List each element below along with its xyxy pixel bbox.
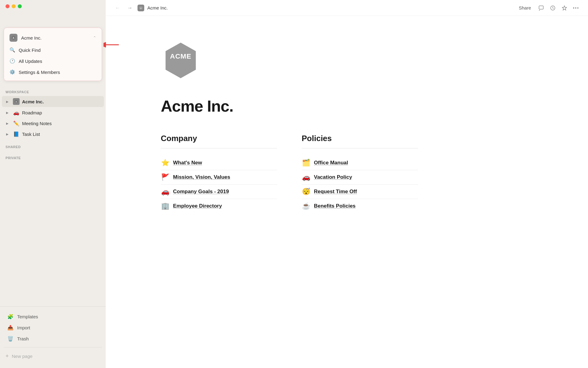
- vacation-policy-link[interactable]: 🚗 Vacation Policy: [302, 170, 418, 185]
- plus-icon: +: [6, 353, 9, 359]
- nav-item-meeting-notes[interactable]: ▶ ✏️ Meeting Notes: [2, 118, 104, 128]
- svg-marker-10: [166, 43, 196, 78]
- meeting-emoji: ✏️: [13, 121, 20, 126]
- main-content: ← → A Acme Inc. Share: [106, 0, 588, 368]
- maximize-button[interactable]: [18, 4, 22, 8]
- whats-new-link[interactable]: ⭐ What's New: [161, 156, 277, 170]
- all-updates-label: All Updates: [19, 59, 42, 64]
- top-menu: A Acme Inc. ⌃ 🔍 Quick Find 🕐 All Updates…: [4, 28, 102, 81]
- office-manual-emoji: 🗂️: [302, 159, 310, 167]
- nav-item-acme-inc[interactable]: ▶ A Acme Inc.: [2, 96, 104, 107]
- new-page-item[interactable]: + New page: [0, 351, 106, 362]
- quick-find-label: Quick Find: [19, 48, 41, 53]
- private-section-label: PRIVATE: [0, 151, 106, 162]
- company-column: Company ⭐ What's New 🚩 Mission, Vision, …: [161, 134, 277, 213]
- mission-link[interactable]: 🚩 Mission, Vision, Values: [161, 170, 277, 185]
- sidebar: A Acme Inc. ⌃ 🔍 Quick Find 🕐 All Updates…: [0, 0, 106, 368]
- import-label: Import: [17, 325, 30, 330]
- workspace-section-label: WORKSPACE: [0, 85, 106, 96]
- settings-item[interactable]: ⚙️ Settings & Members: [4, 67, 102, 78]
- nav-chevron-task: ▶: [6, 132, 10, 136]
- office-manual-text: Office Manual: [314, 160, 348, 166]
- close-button[interactable]: [6, 4, 9, 8]
- workspace-menu-item[interactable]: A Acme Inc. ⌃: [4, 31, 102, 44]
- svg-rect-8: [539, 6, 543, 9]
- employee-directory-emoji: 🏢: [161, 202, 169, 210]
- page-body: ACME Acme Inc. Company ⭐ What's New 🚩 Mi…: [106, 16, 534, 238]
- trash-label: Trash: [17, 336, 29, 341]
- benefits-policies-link[interactable]: ☕ Benefits Policies: [302, 199, 418, 213]
- employee-directory-link[interactable]: 🏢 Employee Directory: [161, 199, 277, 213]
- page-title: Acme Inc.: [161, 97, 473, 115]
- roadmap-emoji: 🚗: [13, 110, 20, 116]
- red-arrow-indicator: [104, 40, 120, 50]
- workspace-icon: A: [9, 34, 17, 42]
- sidebar-bottom: 🧩 Templates 📥 Import 🗑️ Trash + New page: [0, 306, 106, 368]
- nav-item-task-list[interactable]: ▶ 📘 Task List: [2, 129, 104, 139]
- clock-icon: 🕐: [9, 58, 15, 64]
- nav-label-task-list: Task List: [22, 132, 40, 137]
- share-button[interactable]: Share: [516, 4, 534, 12]
- templates-item[interactable]: 🧩 Templates: [2, 311, 104, 322]
- topbar: ← → A Acme Inc. Share: [106, 0, 588, 16]
- company-goals-emoji: 🚗: [161, 188, 169, 196]
- breadcrumb-icon: A: [138, 5, 144, 11]
- shared-section-label: SHARED: [0, 140, 106, 151]
- nav-chevron-roadmap: ▶: [6, 111, 10, 114]
- workspace-name: Acme Inc.: [21, 35, 42, 40]
- new-page-label: New page: [12, 354, 33, 359]
- acme-workspace-icon: A: [13, 98, 20, 105]
- import-item[interactable]: 📥 Import: [2, 322, 104, 333]
- traffic-lights: [0, 0, 106, 11]
- comment-button[interactable]: [537, 3, 546, 13]
- svg-text:ACME: ACME: [170, 52, 191, 60]
- company-heading: Company: [161, 134, 277, 148]
- page-logo: ACME: [161, 40, 473, 82]
- breadcrumb-text: Acme Inc.: [147, 5, 168, 10]
- nav-label-meeting-notes: Meeting Notes: [22, 121, 52, 126]
- search-icon: 🔍: [9, 47, 15, 53]
- trash-icon: 🗑️: [7, 336, 13, 342]
- whats-new-emoji: ⭐: [161, 159, 169, 167]
- settings-label: Settings & Members: [19, 70, 60, 75]
- svg-text:A: A: [140, 7, 141, 9]
- back-button[interactable]: ←: [113, 3, 122, 13]
- chevron-icon: ⌃: [93, 36, 96, 40]
- policies-column: Policies 🗂️ Office Manual 🚗 Vacation Pol…: [302, 134, 418, 213]
- svg-text:A: A: [16, 101, 17, 103]
- gear-icon: ⚙️: [9, 69, 15, 75]
- import-icon: 📥: [7, 325, 13, 331]
- company-goals-text: Company Goals - 2019: [173, 189, 229, 195]
- request-time-off-emoji: 😴: [302, 188, 310, 196]
- nav-chevron-acme: ▶: [6, 100, 10, 103]
- acme-logo-svg: ACME: [161, 40, 201, 80]
- task-emoji: 📘: [13, 131, 20, 137]
- minimize-button[interactable]: [12, 4, 16, 8]
- office-manual-link[interactable]: 🗂️ Office Manual: [302, 156, 418, 170]
- nav-chevron-meeting: ▶: [6, 122, 10, 125]
- vacation-policy-emoji: 🚗: [302, 173, 310, 181]
- vacation-policy-text: Vacation Policy: [314, 174, 352, 180]
- mission-emoji: 🚩: [161, 173, 169, 181]
- quick-find-item[interactable]: 🔍 Quick Find: [4, 44, 102, 56]
- benefits-emoji: ☕: [302, 202, 310, 210]
- company-goals-link[interactable]: 🚗 Company Goals - 2019: [161, 185, 277, 199]
- svg-text:A: A: [13, 37, 14, 39]
- page-columns: Company ⭐ What's New 🚩 Mission, Vision, …: [161, 134, 473, 213]
- favorite-button[interactable]: [560, 3, 569, 13]
- history-button[interactable]: [548, 3, 557, 13]
- more-button[interactable]: •••: [571, 3, 581, 13]
- mission-text: Mission, Vision, Values: [173, 174, 230, 180]
- templates-label: Templates: [17, 314, 38, 319]
- forward-button[interactable]: →: [125, 3, 134, 13]
- all-updates-item[interactable]: 🕐 All Updates: [4, 56, 102, 67]
- topbar-right: Share •••: [516, 3, 581, 13]
- benefits-text: Benefits Policies: [314, 203, 356, 209]
- templates-icon: 🧩: [7, 314, 13, 320]
- nav-item-roadmap[interactable]: ▶ 🚗 Roadmap: [2, 108, 104, 118]
- request-time-off-text: Request Time Off: [314, 189, 357, 195]
- request-time-off-link[interactable]: 😴 Request Time Off: [302, 185, 418, 199]
- whats-new-text: What's New: [173, 160, 202, 166]
- nav-label-acme: Acme Inc.: [22, 99, 44, 104]
- trash-item[interactable]: 🗑️ Trash: [2, 333, 104, 344]
